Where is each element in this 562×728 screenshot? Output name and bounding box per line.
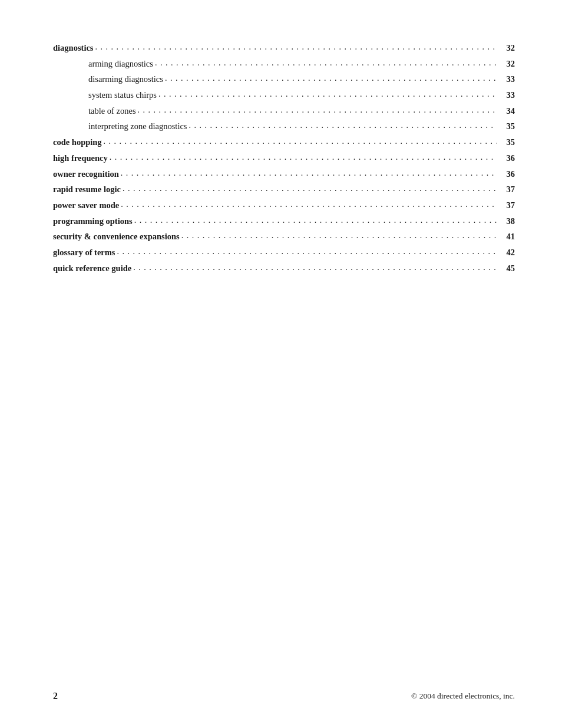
toc-entry: interpreting zone diagnostics35 xyxy=(53,120,515,133)
toc-entry-dots xyxy=(95,41,497,54)
toc-entry-page: 41 xyxy=(498,230,515,243)
page: diagnostics32arming diagnostics32disarmi… xyxy=(0,0,562,728)
toc-entry-label: diagnostics xyxy=(53,41,94,54)
toc-entry-page: 42 xyxy=(498,246,515,259)
toc-entry-page: 35 xyxy=(498,136,515,149)
toc-entry: disarming diagnostics33 xyxy=(53,73,515,86)
toc-entry-page: 37 xyxy=(498,199,515,212)
toc-entry-label: disarming diagnostics xyxy=(88,73,163,85)
toc-entry-page: 36 xyxy=(498,151,515,164)
toc-entry-page: 34 xyxy=(498,104,515,117)
toc-entry-dots xyxy=(158,88,497,101)
toc-entry: system status chirps33 xyxy=(53,88,515,102)
toc-entry: diagnostics32 xyxy=(53,41,515,55)
table-of-contents: diagnostics32arming diagnostics32disarmi… xyxy=(53,41,515,275)
toc-entry: code hopping35 xyxy=(53,136,515,149)
footer-page-number: 2 xyxy=(53,691,58,701)
toc-entry-label: rapid resume logic xyxy=(53,183,121,196)
toc-entry-dots xyxy=(104,135,497,148)
toc-entry-dots xyxy=(121,198,497,211)
toc-entry-label: power saver mode xyxy=(53,199,119,212)
toc-entry: rapid resume logic37 xyxy=(53,183,515,196)
toc-entry-page: 33 xyxy=(498,73,515,85)
toc-entry: table of zones34 xyxy=(53,104,515,118)
toc-entry-dots xyxy=(133,261,497,274)
toc-entry-label: arming diagnostics xyxy=(88,57,153,70)
footer-copyright: © 2004 directed electronics, inc. xyxy=(411,691,515,701)
toc-entry-label: quick reference guide xyxy=(53,262,131,275)
toc-entry: glossary of terms42 xyxy=(53,246,515,259)
toc-entry-label: table of zones xyxy=(88,104,136,117)
toc-entry-dots xyxy=(121,167,497,180)
toc-entry: security & convenience expansions41 xyxy=(53,230,515,243)
toc-entry-dots xyxy=(123,182,497,195)
toc-entry-page: 32 xyxy=(498,41,515,54)
toc-entry-label: security & convenience expansions xyxy=(53,230,180,243)
toc-entry-dots xyxy=(138,104,497,117)
toc-entry-label: high frequency xyxy=(53,151,108,164)
toc-entry-dots xyxy=(181,229,497,242)
toc-entry-page: 37 xyxy=(498,183,515,196)
toc-entry-label: owner recognition xyxy=(53,167,119,180)
toc-entry-page: 35 xyxy=(498,120,515,133)
toc-entry-label: glossary of terms xyxy=(53,246,115,259)
toc-entry-dots xyxy=(189,119,497,132)
toc-entry-dots xyxy=(165,72,497,85)
toc-entry: arming diagnostics32 xyxy=(53,57,515,71)
toc-entry-page: 38 xyxy=(498,215,515,228)
toc-entry-label: programming options xyxy=(53,215,133,228)
toc-entry-page: 32 xyxy=(498,57,515,70)
toc-entry-page: 45 xyxy=(498,262,515,275)
toc-entry-dots xyxy=(155,57,497,70)
toc-entry: programming options38 xyxy=(53,215,515,228)
toc-entry: quick reference guide45 xyxy=(53,262,515,275)
toc-entry-dots xyxy=(134,214,497,227)
toc-entry-dots xyxy=(117,245,497,258)
toc-entry-page: 33 xyxy=(498,88,515,101)
toc-entry-label: code hopping xyxy=(53,136,102,149)
toc-entry-dots xyxy=(110,151,497,164)
toc-entry: power saver mode37 xyxy=(53,199,515,212)
toc-entry: high frequency36 xyxy=(53,151,515,165)
toc-entry-label: system status chirps xyxy=(88,88,157,101)
toc-entry-page: 36 xyxy=(498,167,515,180)
footer: 2 © 2004 directed electronics, inc. xyxy=(0,691,562,701)
toc-entry: owner recognition36 xyxy=(53,167,515,181)
toc-entry-label: interpreting zone diagnostics xyxy=(88,120,187,133)
